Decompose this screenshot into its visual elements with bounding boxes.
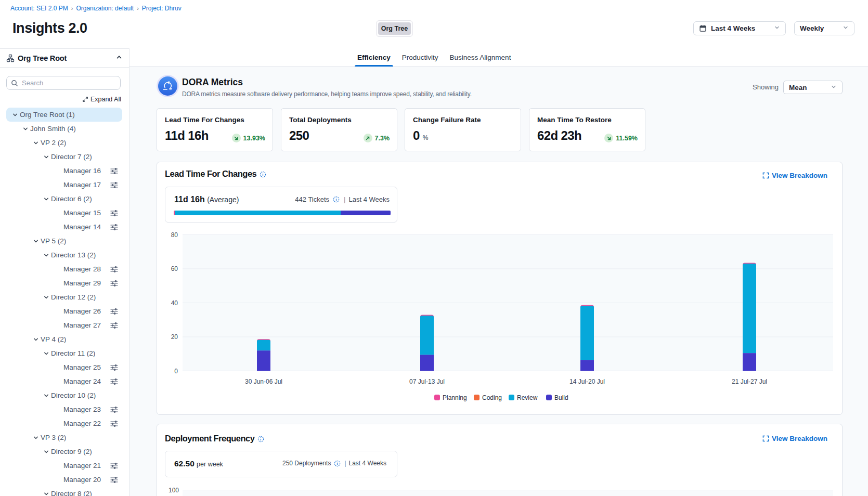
svg-text:0: 0 bbox=[174, 368, 178, 375]
svg-text:60: 60 bbox=[171, 265, 178, 272]
svg-text:30 Jun-06 Jul: 30 Jun-06 Jul bbox=[245, 378, 282, 385]
svg-text:Coding: Coding bbox=[482, 394, 502, 401]
svg-text:20: 20 bbox=[171, 333, 178, 341]
svg-text:Review: Review bbox=[517, 394, 538, 401]
svg-text:21 Jul-27 Jul: 21 Jul-27 Jul bbox=[732, 378, 767, 385]
svg-text:14 Jul-20 Jul: 14 Jul-20 Jul bbox=[569, 378, 605, 385]
svg-text:40: 40 bbox=[171, 299, 178, 307]
svg-text:Build: Build bbox=[554, 394, 568, 401]
svg-text:80: 80 bbox=[171, 231, 178, 239]
svg-text:Planning: Planning bbox=[443, 394, 467, 401]
svg-text:07 Jul-13 Jul: 07 Jul-13 Jul bbox=[409, 378, 445, 385]
